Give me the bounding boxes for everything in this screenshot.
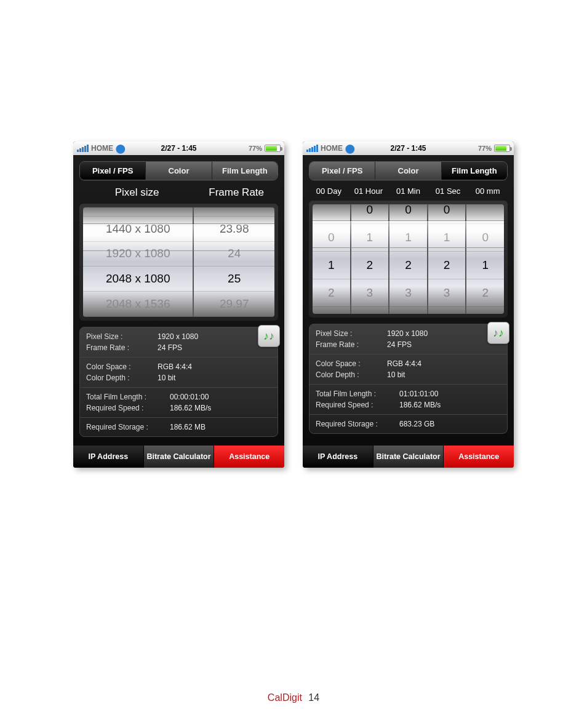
carrier-label: HOME bbox=[91, 144, 113, 153]
clock: 2/27 - 1:45 bbox=[390, 144, 426, 153]
clock: 2/27 - 1:45 bbox=[161, 144, 196, 153]
phone-left: HOME ⬤ 2/27 - 1:45 77% Pixel / FPS Color… bbox=[73, 142, 284, 468]
label-mm: 00 mm bbox=[468, 186, 508, 196]
label-frame-rate: Frame Rate bbox=[194, 186, 278, 199]
brand-label: CalDigit bbox=[268, 692, 302, 703]
tab-assistance[interactable]: Assistance bbox=[214, 446, 284, 468]
label-min: 01 Min bbox=[388, 186, 428, 196]
battery-icon bbox=[265, 145, 281, 152]
tab-color[interactable]: Color bbox=[146, 162, 212, 180]
tab-bitrate-calculator[interactable]: Bitrate Calculator bbox=[373, 446, 444, 468]
tab-color[interactable]: Color bbox=[375, 162, 441, 180]
phone-right: HOME ⬤ 2/27 - 1:45 77% Pixel / FPS Color… bbox=[303, 142, 514, 468]
picker-col-mm[interactable]: 0 1 2 bbox=[466, 204, 504, 314]
tab-film-length[interactable]: Film Length bbox=[442, 162, 507, 180]
tab-ip-address[interactable]: IP Address bbox=[303, 446, 373, 468]
picker-col-min[interactable]: 0 1 2 3 bbox=[389, 204, 428, 314]
tab-film-length[interactable]: Film Length bbox=[212, 162, 278, 180]
picker-col-day[interactable]: 0 1 2 bbox=[313, 204, 351, 314]
top-segmented-control: Pixel / FPS Color Film Length bbox=[79, 161, 278, 180]
status-bar: HOME ⬤ 2/27 - 1:45 77% bbox=[73, 142, 284, 155]
page-number: 14 bbox=[308, 692, 319, 703]
tab-assistance[interactable]: Assistance bbox=[444, 446, 514, 468]
signal-icon bbox=[306, 145, 318, 152]
bottom-tabbar: IP Address Bitrate Calculator Assistance bbox=[303, 446, 514, 468]
picker-headers: 00 Day 01 Hour 01 Min 01 Sec 00 mm bbox=[303, 184, 514, 201]
music-button[interactable]: ♪♪ bbox=[487, 322, 509, 344]
info-panel: ♪♪ Pixel Size :1920 x 1080 Frame Rate :2… bbox=[79, 327, 278, 437]
picker-wheel: 1280 x 1080 1440 x 1080 1920 x 1080 2048… bbox=[79, 204, 278, 321]
label-day: 00 Day bbox=[309, 186, 349, 196]
status-bar: HOME ⬤ 2/27 - 1:45 77% bbox=[303, 142, 514, 155]
wifi-icon: ⬤ bbox=[116, 143, 126, 153]
battery-percent: 77% bbox=[478, 145, 492, 152]
music-button[interactable]: ♪♪ bbox=[258, 325, 280, 347]
picker-col-sec[interactable]: 0 1 2 3 bbox=[428, 204, 467, 314]
tab-pixel-fps[interactable]: Pixel / FPS bbox=[80, 162, 146, 180]
page-footer: CalDigit 14 bbox=[268, 692, 319, 703]
carrier-label: HOME bbox=[321, 144, 343, 153]
label-hour: 01 Hour bbox=[349, 186, 389, 196]
picker-col-pixel[interactable]: 1280 x 1080 1440 x 1080 1920 x 1080 2048… bbox=[83, 207, 194, 317]
battery-icon bbox=[494, 145, 510, 152]
top-segmented-control: Pixel / FPS Color Film Length bbox=[309, 161, 508, 180]
picker-wheel: 0 1 2 0 1 2 3 0 1 bbox=[309, 201, 508, 318]
label-pixel-size: Pixel size bbox=[79, 186, 194, 199]
label-sec: 01 Sec bbox=[428, 186, 468, 196]
battery-percent: 77% bbox=[249, 145, 262, 152]
tab-pixel-fps[interactable]: Pixel / FPS bbox=[309, 162, 375, 180]
picker-col-hour[interactable]: 0 1 2 3 bbox=[351, 204, 390, 314]
signal-icon bbox=[77, 145, 89, 152]
picker-col-fps[interactable]: 15 23.98 24 25 29.97 bbox=[194, 207, 274, 317]
bottom-tabbar: IP Address Bitrate Calculator Assistance bbox=[73, 446, 284, 468]
tab-ip-address[interactable]: IP Address bbox=[73, 446, 144, 468]
picker-headers: Pixel size Frame Rate bbox=[73, 184, 284, 204]
wifi-icon: ⬤ bbox=[345, 143, 355, 153]
info-panel: ♪♪ Pixel Size :1920 x 1080 Frame Rate :2… bbox=[309, 324, 508, 434]
tab-bitrate-calculator[interactable]: Bitrate Calculator bbox=[144, 446, 215, 468]
